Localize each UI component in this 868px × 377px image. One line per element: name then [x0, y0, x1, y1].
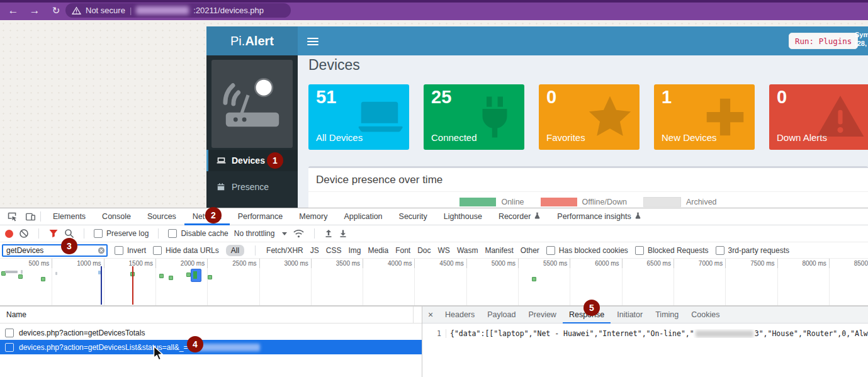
laptop-icon — [217, 156, 226, 166]
legend-item-offline-down[interactable]: Offline/Down — [541, 197, 627, 207]
back-icon[interactable]: ← — [5, 3, 21, 19]
app-logo[interactable]: Pi.Alert — [206, 26, 298, 55]
request-checkbox[interactable] — [5, 329, 14, 337]
tab-performance[interactable]: Performance — [230, 208, 291, 225]
waterfall-request-dot — [532, 277, 536, 281]
card-value: 0 — [546, 87, 556, 108]
search-icon[interactable] — [64, 228, 74, 239]
request-row[interactable]: devices.php?action=getDevicesTotals — [0, 325, 422, 340]
annotation-circle-4: 4 — [187, 336, 203, 352]
legend-label: Archived — [686, 198, 717, 206]
record-icon[interactable] — [5, 230, 13, 238]
tab-label: Sources — [147, 212, 176, 221]
device-toolbar-icon[interactable] — [24, 210, 37, 223]
timeline-tick-label: 500 ms — [6, 260, 49, 267]
address-bar[interactable]: Not secure | :20211/devices.php — [65, 3, 291, 18]
card-favorites[interactable]: 0Favorites — [539, 84, 640, 150]
tab-elements[interactable]: Elements — [45, 208, 94, 225]
filter-type-img[interactable]: Img — [348, 246, 361, 255]
tab-security[interactable]: Security — [391, 208, 436, 225]
checkbox[interactable] — [635, 246, 644, 255]
filter-type-media[interactable]: Media — [368, 246, 388, 255]
checkbox[interactable] — [716, 246, 724, 255]
export-har-icon[interactable] — [339, 228, 347, 239]
response-content[interactable]: {"data":[["laptop","Net - Huawei","Inter… — [446, 329, 868, 338]
filter-type-js[interactable]: JS — [310, 246, 319, 255]
sidebar-item-presence[interactable]: Presence — [206, 176, 298, 198]
reload-icon[interactable]: ↻ — [48, 3, 64, 19]
timeline-gridline — [363, 259, 363, 305]
detail-tab-preview[interactable]: Preview — [522, 307, 562, 324]
detail-tab-payload[interactable]: Payload — [481, 307, 522, 324]
network-conditions-icon[interactable] — [293, 228, 305, 239]
devtools: ElementsConsoleSourcesNetworkPerformance… — [0, 208, 868, 377]
timeline-tick-label: 4500 ms — [421, 260, 464, 267]
waterfall-bar — [21, 270, 23, 274]
filter-type-wasm[interactable]: Wasm — [457, 246, 478, 255]
detail-tab-cookies[interactable]: Cookies — [685, 307, 726, 324]
timeline-tick-label: 2000 ms — [162, 260, 205, 267]
disable-cache-toggle[interactable]: Disable cache — [168, 229, 228, 238]
filter-type-css[interactable]: CSS — [326, 246, 342, 255]
inspect-element-icon[interactable] — [6, 210, 18, 223]
card-down-alerts[interactable]: 0Down Alerts — [769, 84, 868, 150]
filter-type-all[interactable]: All — [226, 245, 244, 256]
filter-input[interactable] — [2, 244, 108, 257]
timeline-gridline — [622, 259, 623, 305]
preserve-log-checkbox[interactable] — [94, 229, 103, 238]
clear-filter-icon[interactable] — [98, 247, 105, 254]
annotation-circle-5: 5 — [583, 300, 600, 316]
waterfall-request-dot — [208, 275, 212, 279]
card-connected[interactable]: 25Connected — [424, 84, 524, 150]
legend-label: Online — [501, 198, 524, 206]
tab-recorder[interactable]: Recorder — [490, 208, 549, 225]
tab-application[interactable]: Application — [335, 208, 390, 225]
sidebar-item-label: Devices — [232, 155, 265, 166]
close-icon[interactable]: × — [422, 310, 439, 320]
tab-console[interactable]: Console — [94, 208, 139, 225]
app-header: Pi.Alert Run: Plugins Sym(28, — [206, 26, 868, 55]
tab-sources[interactable]: Sources — [139, 208, 184, 225]
detail-tab-headers[interactable]: Headers — [439, 307, 481, 324]
filter-more-label: Blocked Requests — [648, 246, 709, 255]
hide-data-urls-toggle[interactable]: Hide data URLs — [153, 246, 219, 255]
throttling-select[interactable]: No throttling — [234, 229, 288, 238]
request-row[interactable]: devices.php?action=getDevicesList&status… — [0, 340, 422, 354]
import-har-icon[interactable] — [324, 228, 333, 239]
clear-icon[interactable] — [19, 228, 29, 239]
detail-tab-timing[interactable]: Timing — [649, 307, 685, 324]
tab-memory[interactable]: Memory — [291, 208, 335, 225]
preserve-log-toggle[interactable]: Preserve log — [94, 229, 149, 238]
forward-icon[interactable]: → — [26, 3, 43, 19]
sidebar-item-devices[interactable]: Devices — [206, 150, 298, 171]
filter-blocked-requests-toggle[interactable]: Blocked Requests — [635, 246, 709, 255]
filter-type-ws[interactable]: WS — [438, 246, 450, 255]
card-new-devices[interactable]: 1New Devices — [654, 84, 755, 150]
legend-item-archived[interactable]: Archived — [643, 197, 717, 207]
tab-lighthouse[interactable]: Lighthouse — [436, 208, 490, 225]
network-overview-timeline[interactable]: 500 ms1000 ms1500 ms2000 ms2500 ms3000 m… — [0, 259, 868, 306]
filter-type-font[interactable]: Font — [395, 246, 410, 255]
run-plugins-button[interactable]: Run: Plugins — [789, 33, 858, 49]
filter-icon[interactable] — [48, 228, 59, 239]
tab-performance-insights[interactable]: Performance insights — [549, 208, 649, 225]
invert-toggle[interactable]: Invert — [115, 246, 146, 255]
filter-has-blocked-cookies-toggle[interactable]: Has blocked cookies — [546, 246, 628, 255]
filter-type-fetch-xhr[interactable]: Fetch/XHR — [266, 246, 303, 255]
request-checkbox[interactable] — [5, 343, 14, 352]
devtools-tabbar: ElementsConsoleSourcesNetworkPerformance… — [0, 208, 868, 225]
hamburger-menu-icon[interactable] — [307, 36, 318, 47]
card-all-devices[interactable]: 51All Devices — [308, 84, 409, 150]
throttling-value: No throttling — [234, 229, 275, 238]
filter-type-other[interactable]: Other — [521, 246, 539, 255]
filter-type-doc[interactable]: Doc — [417, 246, 431, 255]
filter-type-manifest[interactable]: Manifest — [485, 246, 513, 255]
detail-tab-initiator[interactable]: Initiator — [611, 307, 649, 324]
legend-item-online[interactable]: Online — [459, 197, 524, 207]
tab-label: Performance — [238, 212, 283, 221]
disable-cache-checkbox[interactable] — [168, 229, 177, 238]
disable-cache-label: Disable cache — [181, 229, 228, 238]
filter-3rd-party-requests-toggle[interactable]: 3rd-party requests — [716, 246, 789, 255]
requests-name-column-header[interactable]: Name — [0, 307, 422, 324]
checkbox[interactable] — [546, 246, 555, 255]
